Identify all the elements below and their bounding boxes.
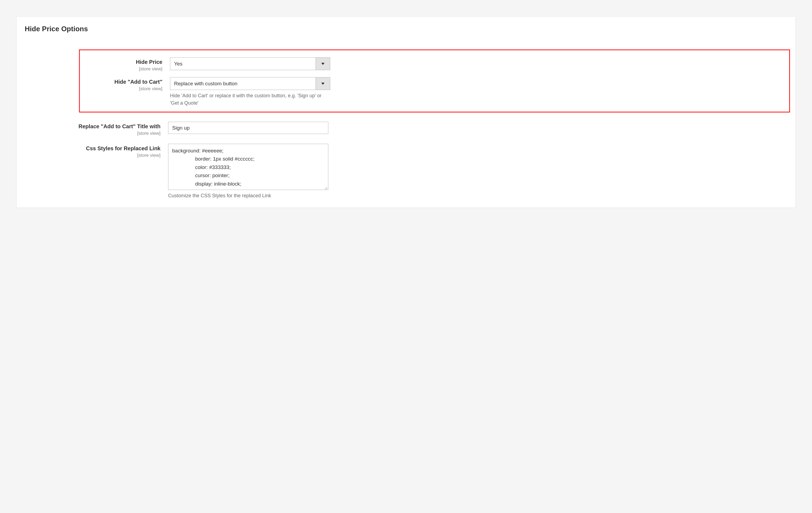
hide-add-to-cart-note: Hide 'Add to Cart' or replace it with th…: [170, 92, 330, 107]
replace-title-input[interactable]: [168, 122, 328, 134]
label-col: Hide Price [store view]: [86, 57, 170, 72]
input-col: Replace with custom button Hide 'Add to …: [170, 77, 330, 107]
scope-text: [store view]: [25, 131, 161, 136]
css-styles-textarea-wrap: [168, 144, 328, 190]
scope-text: [store view]: [25, 153, 161, 158]
highlight-box: Hide Price [store view] Yes Hide "Add to…: [79, 50, 790, 113]
css-styles-textarea[interactable]: [168, 144, 328, 190]
scope-text: [store view]: [86, 86, 163, 91]
label-col: Css Styles for Replaced Link [store view…: [25, 144, 168, 158]
input-col: Customize the CSS Styles for the replace…: [168, 144, 328, 199]
field-row-hide-add-to-cart: Hide "Add to Cart" [store view] Replace …: [86, 77, 783, 107]
input-col: [168, 122, 328, 134]
replace-title-label: Replace "Add to Cart" Title with: [79, 123, 161, 129]
field-row-css-styles: Css Styles for Replaced Link [store view…: [25, 144, 787, 199]
label-col: Replace "Add to Cart" Title with [store …: [25, 122, 168, 136]
chevron-down-icon: [316, 78, 330, 90]
hide-price-select-value: Yes: [170, 58, 316, 70]
field-row-replace-title: Replace "Add to Cart" Title with [store …: [25, 122, 787, 136]
scope-text: [store view]: [86, 66, 163, 72]
hide-price-label: Hide Price: [136, 59, 163, 65]
hide-price-options-panel: Hide Price Options Hide Price [store vie…: [16, 16, 796, 208]
field-row-hide-price: Hide Price [store view] Yes: [86, 57, 783, 72]
css-styles-label: Css Styles for Replaced Link: [86, 145, 161, 151]
hide-price-select[interactable]: Yes: [170, 57, 330, 70]
hide-add-to-cart-label: Hide "Add to Cart": [114, 79, 163, 85]
input-col: Yes: [170, 57, 330, 70]
chevron-down-icon: [316, 58, 330, 70]
hide-add-to-cart-select[interactable]: Replace with custom button: [170, 77, 330, 90]
label-col: Hide "Add to Cart" [store view]: [86, 77, 170, 91]
css-styles-note: Customize the CSS Styles for the replace…: [168, 192, 328, 199]
hide-add-to-cart-select-value: Replace with custom button: [170, 78, 316, 90]
panel-title: Hide Price Options: [25, 25, 787, 33]
